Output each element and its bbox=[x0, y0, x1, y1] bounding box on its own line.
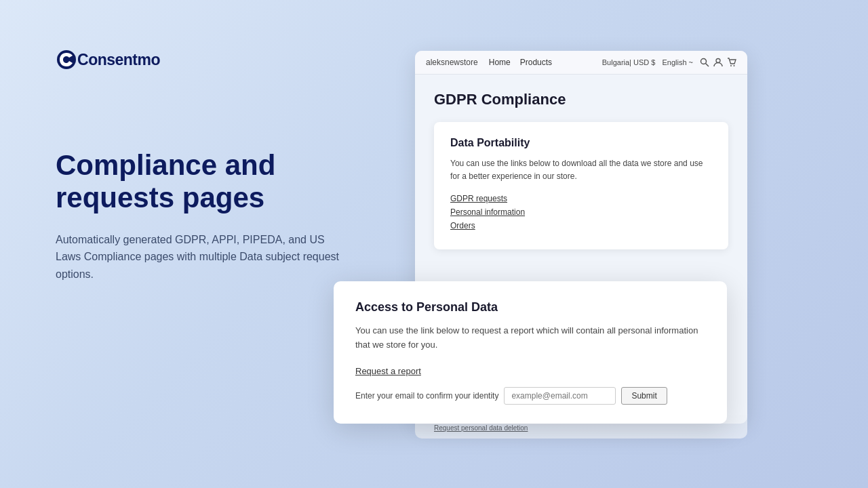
personal-info-link[interactable]: Personal information bbox=[450, 207, 712, 217]
svg-point-5 bbox=[734, 65, 735, 66]
logo: Consentmo bbox=[56, 49, 160, 70]
nav-right: Bulgaria| USD $ English ~ bbox=[602, 58, 736, 67]
logo-icon bbox=[56, 49, 77, 70]
card-description: You can use the links below to download … bbox=[450, 157, 712, 183]
main-heading: Compliance and requests pages bbox=[56, 149, 347, 215]
data-portability-card: Data Portability You can use the links b… bbox=[434, 122, 728, 249]
description-text: Automatically generated GDPR, APPI, PIPE… bbox=[56, 231, 347, 283]
page-title: GDPR Compliance bbox=[434, 91, 728, 108]
request-report-link[interactable]: Request a report bbox=[355, 366, 705, 376]
nav-currency[interactable]: Bulgaria| USD $ bbox=[602, 58, 656, 66]
svg-point-4 bbox=[730, 65, 732, 66]
access-personal-data-card: Access to Personal Data You can use the … bbox=[334, 281, 727, 424]
left-content: Compliance and requests pages Automatica… bbox=[56, 149, 347, 283]
browser-content: GDPR Compliance Data Portability You can… bbox=[415, 75, 747, 277]
front-card-description: You can use the link below to request a … bbox=[355, 324, 705, 352]
search-icon[interactable] bbox=[700, 58, 709, 67]
nav-icons bbox=[700, 58, 736, 67]
gdpr-requests-link[interactable]: GDPR requests bbox=[450, 194, 712, 203]
front-card-title: Access to Personal Data bbox=[355, 300, 705, 314]
orders-link[interactable]: Orders bbox=[450, 221, 712, 230]
card-title: Data Portability bbox=[450, 137, 712, 149]
svg-point-1 bbox=[701, 59, 707, 64]
svg-point-3 bbox=[716, 59, 720, 63]
user-icon[interactable] bbox=[713, 58, 723, 67]
email-confirm-label: Enter your email to confirm your identit… bbox=[355, 391, 498, 401]
email-confirm-row: Enter your email to confirm your identit… bbox=[355, 387, 705, 405]
nav-language[interactable]: English ~ bbox=[662, 58, 693, 66]
nav-home[interactable]: Home bbox=[489, 58, 511, 67]
email-input[interactable] bbox=[504, 387, 616, 405]
nav-links: Home Products bbox=[489, 58, 552, 67]
store-name: aleksnewstore bbox=[426, 58, 478, 67]
submit-button[interactable]: Submit bbox=[621, 387, 667, 405]
nav-products[interactable]: Products bbox=[520, 58, 552, 67]
cart-icon[interactable] bbox=[727, 58, 736, 67]
svg-line-2 bbox=[706, 64, 709, 67]
logo-text: Consentmo bbox=[77, 51, 160, 69]
delete-personal-data-link[interactable]: Request personal data deletion bbox=[434, 424, 528, 432]
browser-nav: aleksnewstore Home Products Bulgaria| US… bbox=[415, 51, 747, 75]
